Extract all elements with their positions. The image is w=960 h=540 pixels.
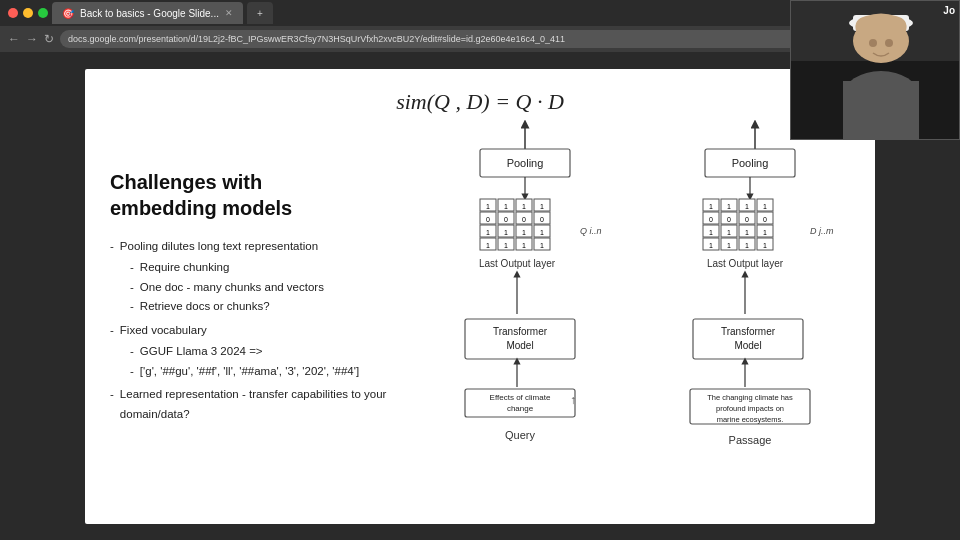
svg-text:1: 1 <box>522 242 526 249</box>
bullet-1-sub-2: - One doc - many chunks and vectors <box>110 278 420 298</box>
svg-text:1: 1 <box>763 203 767 210</box>
svg-text:1: 1 <box>745 242 749 249</box>
bullet-2-sub-2: - ['g', '##gu', '##f', 'll', '##ama', '3… <box>110 362 420 382</box>
svg-text:profound impacts on: profound impacts on <box>716 404 784 413</box>
formula: sim(Q , D) = Q · D <box>85 89 875 115</box>
svg-text:Transformer: Transformer <box>721 326 776 337</box>
svg-text:1: 1 <box>763 229 767 236</box>
svg-text:1: 1 <box>486 242 490 249</box>
bullet-2: - Fixed vocabulary <box>110 321 420 341</box>
svg-text:0: 0 <box>763 216 767 223</box>
svg-text:D j..m: D j..m <box>810 226 834 236</box>
svg-text:Last Output layer: Last Output layer <box>479 258 556 269</box>
svg-text:1: 1 <box>745 203 749 210</box>
svg-point-102 <box>885 39 893 47</box>
slide: sim(Q , D) = Q · D Challenges with embed… <box>85 69 875 524</box>
svg-text:1: 1 <box>709 242 713 249</box>
svg-text:0: 0 <box>540 216 544 223</box>
svg-text:Transformer: Transformer <box>493 326 548 337</box>
bullet-list: - Pooling dilutes long text representati… <box>110 237 420 425</box>
svg-text:Pooling: Pooling <box>732 157 769 169</box>
svg-text:Model: Model <box>506 340 533 351</box>
svg-text:0: 0 <box>504 216 508 223</box>
svg-text:change: change <box>507 404 534 413</box>
close-button[interactable] <box>8 8 18 18</box>
webcam-person-label: Jo <box>943 5 955 16</box>
svg-text:1: 1 <box>486 203 490 210</box>
svg-text:1: 1 <box>540 242 544 249</box>
forward-button[interactable]: → <box>26 32 38 46</box>
svg-text:1: 1 <box>745 229 749 236</box>
svg-text:Model: Model <box>734 340 761 351</box>
bullet-1: - Pooling dilutes long text representati… <box>110 237 420 257</box>
diagram-area: Pooling Q i..n 1 0 1 1 <box>425 119 855 509</box>
webcam-video: Jo <box>791 1 959 139</box>
bullet-2-sub-1: - GGUF Llama 3 2024 => <box>110 342 420 362</box>
webcam-overlay: Jo <box>790 0 960 140</box>
diagram-svg: Pooling Q i..n 1 0 1 1 <box>425 119 855 509</box>
svg-text:1: 1 <box>504 203 508 210</box>
svg-rect-40 <box>465 319 575 359</box>
svg-point-101 <box>869 39 877 47</box>
svg-text:1: 1 <box>522 229 526 236</box>
svg-text:Effects of climate: Effects of climate <box>490 393 551 402</box>
svg-rect-87 <box>693 319 803 359</box>
svg-text:0: 0 <box>522 216 526 223</box>
svg-text:Q i..n: Q i..n <box>580 226 602 236</box>
svg-text:Pooling: Pooling <box>507 157 544 169</box>
tab-title: Back to basics - Google Slide... <box>80 8 219 19</box>
bullet-1-sub-1: - Require chunking <box>110 258 420 278</box>
svg-text:1: 1 <box>709 203 713 210</box>
svg-text:1: 1 <box>727 242 731 249</box>
minimize-button[interactable] <box>23 8 33 18</box>
svg-text:1: 1 <box>709 229 713 236</box>
back-button[interactable]: ← <box>8 32 20 46</box>
svg-text:1: 1 <box>504 242 508 249</box>
svg-text:↑: ↑ <box>570 393 576 407</box>
maximize-button[interactable] <box>38 8 48 18</box>
slide-text-area: Challenges with embedding models - Pooli… <box>110 169 420 427</box>
svg-text:1: 1 <box>727 203 731 210</box>
svg-text:marine ecosystems.: marine ecosystems. <box>717 415 784 424</box>
svg-text:Passage: Passage <box>729 434 772 446</box>
svg-text:0: 0 <box>727 216 731 223</box>
bullet-1-sub-3: - Retrieve docs or chunks? <box>110 297 420 317</box>
svg-rect-104 <box>843 81 919 140</box>
svg-text:1: 1 <box>504 229 508 236</box>
svg-text:1: 1 <box>727 229 731 236</box>
svg-text:1: 1 <box>540 203 544 210</box>
svg-text:1: 1 <box>540 229 544 236</box>
svg-text:0: 0 <box>486 216 490 223</box>
person-svg <box>791 1 960 140</box>
svg-text:1: 1 <box>522 203 526 210</box>
new-tab-button[interactable]: + <box>247 2 273 24</box>
refresh-button[interactable]: ↻ <box>44 32 54 46</box>
svg-text:1: 1 <box>763 242 767 249</box>
svg-text:The changing climate has: The changing climate has <box>707 393 793 402</box>
svg-text:0: 0 <box>709 216 713 223</box>
tab-icon: 🎯 <box>62 8 74 19</box>
svg-text:Last Output layer: Last Output layer <box>707 258 784 269</box>
active-tab[interactable]: 🎯 Back to basics - Google Slide... ✕ <box>52 2 243 24</box>
url-input[interactable]: docs.google.com/presentation/d/19L2j2-fB… <box>60 30 876 48</box>
svg-text:0: 0 <box>745 216 749 223</box>
slide-title: Challenges with embedding models <box>110 169 420 221</box>
svg-text:1: 1 <box>486 229 490 236</box>
bullet-3: - Learned representation - transfer capa… <box>110 385 420 424</box>
main-area: sim(Q , D) = Q · D Challenges with embed… <box>0 52 960 540</box>
window-controls <box>8 8 48 18</box>
svg-text:Query: Query <box>505 429 535 441</box>
tab-close-icon[interactable]: ✕ <box>225 8 233 18</box>
